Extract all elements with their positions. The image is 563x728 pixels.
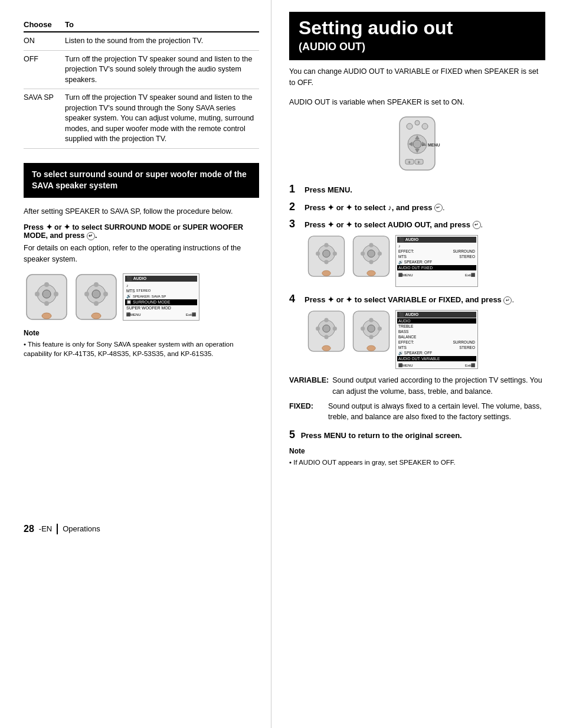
left-note-text: • This feature is only for Sony SAVA spe… [24,339,259,358]
step-5-num: 5 [289,429,295,440]
svg-point-45 [361,252,365,256]
step-4-num: 4 [289,293,301,305]
step-2-num: 2 [289,201,301,213]
svg-point-14 [103,292,108,296]
intro-text-1: You can change AUDIO OUT to VARIABLE or … [289,66,545,89]
choose-off: OFF [24,50,65,89]
svg-point-46 [378,252,382,256]
step-4-images: ⬛ AUDIO AUDIO TREBLE BASS BALANCE EFFECT… [306,310,545,369]
step-3-num: 3 [289,218,301,230]
svg-point-38 [333,252,337,256]
page-en-suffix: -EN [39,524,52,533]
svg-point-47 [367,270,375,276]
surround-text: After setting SPEAKER to SAVA SP, follow… [24,206,259,217]
step-2: 2 Press ✦ or ✦ to select ♪, and press ↵. [289,201,545,213]
menu-remote-svg: MENU + + [382,116,453,175]
svg-point-44 [369,260,373,264]
step-4-text: Press ✦ or ✦ to select VARIABLE or FIXED… [305,295,514,305]
step-1-text: Press MENU. [305,185,352,195]
page-subtitle: (AUDIO OUT) [299,41,536,53]
svg-point-50 [323,325,330,332]
choose-sava: SAVA SP [24,89,65,149]
svg-point-63 [367,345,375,351]
table-row: OFF Turn off the projection TV speaker s… [24,50,259,89]
svg-point-15 [91,313,101,319]
svg-point-10 [92,290,100,298]
fixed-desc: Sound output is always fixed to a certai… [328,401,545,423]
svg-point-37 [316,252,320,256]
right-column: Setting audio out (AUDIO OUT) You can ch… [271,0,563,728]
vf-section: VARIABLE: Sound output varied according … [289,375,545,423]
svg-point-35 [324,243,328,247]
step4-remote-2 [351,310,392,352]
surround-box: To select surround sound or super woofer… [24,163,259,198]
step3-menu-screen: ⬛ AUDIO ♪ EFFECT:SURROUND MTSSTEREO 🔊 SP… [395,235,478,287]
press-instruction: Press ✦ or ✦ to select SURROUND MODE or … [24,223,259,240]
svg-point-13 [84,292,89,296]
svg-text:+: + [408,159,411,165]
right-note: Note • If AUDIO OUT appears in gray, set… [289,447,545,467]
svg-point-12 [94,301,99,306]
svg-point-4 [44,301,49,306]
left-menu-screen: ⬛ AUDIO ♪ MTS STEREO 🔊 SPEAKER: SAVA SP … [123,273,199,321]
svg-point-7 [42,313,51,319]
step-3-text: Press ✦ or ✦ to select AUDIO OUT, and pr… [305,220,483,230]
svg-point-54 [333,327,337,331]
svg-point-42 [368,250,375,257]
svg-point-43 [369,243,373,247]
variable-row: VARIABLE: Sound output varied according … [289,375,545,397]
svg-point-61 [361,327,365,331]
page-title: Setting audio out [299,18,536,38]
svg-point-11 [94,282,99,287]
svg-point-2 [42,290,51,298]
title-box: Setting audio out (AUDIO OUT) [289,12,545,60]
step-3: 3 Press ✦ or ✦ to select AUDIO OUT, and … [289,218,545,230]
svg-text:MENU: MENU [428,143,440,147]
step-1-num: 1 [289,183,301,195]
step-5: 5 Press MENU to return to the original s… [289,429,545,441]
step-4: 4 Press ✦ or ✦ to select VARIABLE or FIX… [289,293,545,305]
svg-point-39 [322,270,330,276]
step-5-text: Press MENU to return to the original scr… [301,431,462,440]
table-row: ON Listen to the sound from the projecti… [24,32,259,50]
svg-point-17 [407,123,413,129]
svg-point-21 [413,140,421,148]
right-top-remote: MENU + + [289,116,545,175]
svg-point-18 [415,120,420,125]
intro-text-2: AUDIO OUT is variable when SPEAKER is se… [289,97,545,108]
step-1: 1 Press MENU. [289,183,545,195]
footer-divider [57,524,58,534]
svg-point-6 [54,292,58,296]
choose-on: ON [24,32,65,50]
step4-remote-1 [306,310,347,352]
choose-table: Choose To ON Listen to the sound from th… [24,18,259,149]
step3-remote-1 [306,235,347,278]
left-note: Note • This feature is only for Sony SAV… [24,329,259,358]
svg-point-62 [378,327,382,331]
step3-remote-2 [351,235,392,278]
remote-svg-2 [73,273,119,321]
to-sava: Turn off the projection TV speaker sound… [65,89,259,149]
svg-point-59 [369,318,373,322]
footer-operations: Operations [63,524,100,533]
svg-point-53 [316,327,320,331]
step4-menu-screen: ⬛ AUDIO AUDIO TREBLE BASS BALANCE EFFECT… [395,310,478,369]
svg-point-3 [44,282,49,287]
svg-point-58 [368,325,375,332]
left-remotes-row: ⬛ AUDIO ♪ MTS STEREO 🔊 SPEAKER: SAVA SP … [24,273,259,321]
remote-svg-1 [24,273,70,321]
svg-point-60 [369,335,373,339]
to-on: Listen to the sound from the projection … [65,32,259,50]
svg-point-51 [324,318,328,322]
fixed-label: FIXED: [289,401,325,423]
left-note-title: Note [24,329,259,337]
svg-point-34 [323,250,330,257]
col-to: To [65,18,259,32]
step-3-images: ⬛ AUDIO ♪ EFFECT:SURROUND MTSSTEREO 🔊 SP… [306,235,545,287]
for-details: For details on each option, refer to the… [24,243,259,265]
right-note-text: • If AUDIO OUT appears in gray, set SPEA… [289,458,545,467]
svg-point-19 [422,123,428,129]
svg-point-36 [324,260,328,264]
svg-point-52 [324,335,328,339]
variable-label: VARIABLE: [289,375,329,397]
